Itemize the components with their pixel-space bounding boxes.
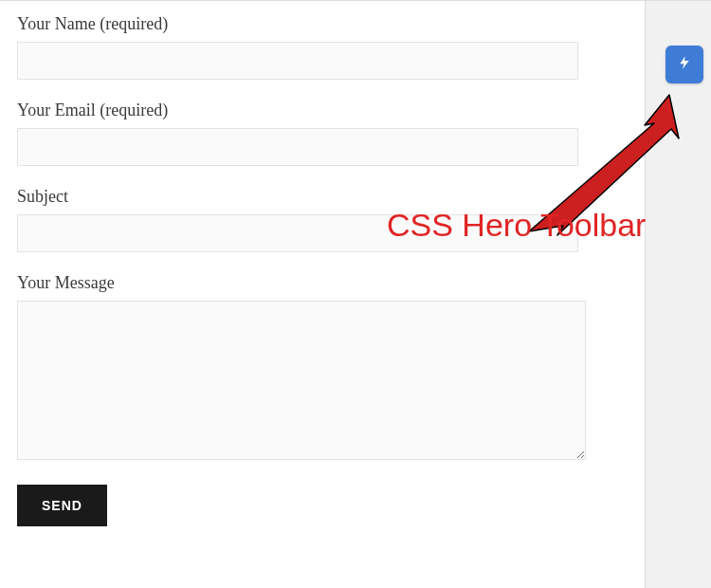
message-field-group: Your Message (17, 273, 628, 464)
email-input[interactable] (17, 128, 578, 166)
subject-label: Subject (17, 187, 628, 207)
message-textarea[interactable] (17, 301, 586, 460)
email-field-group: Your Email (required) (17, 101, 628, 166)
right-gutter (645, 1, 711, 588)
subject-input[interactable] (17, 214, 578, 252)
contact-form-area: Your Name (required) Your Email (require… (0, 1, 645, 588)
css-hero-toolbar-button[interactable] (665, 46, 703, 83)
name-label: Your Name (required) (17, 14, 628, 34)
email-label: Your Email (required) (17, 101, 628, 120)
subject-field-group: Subject (17, 187, 628, 252)
page-wrapper: Your Name (required) Your Email (require… (0, 0, 711, 588)
lightning-icon (677, 53, 692, 76)
send-button[interactable]: SEND (17, 485, 107, 526)
name-field-group: Your Name (required) (17, 14, 628, 80)
name-input[interactable] (17, 42, 578, 80)
message-label: Your Message (17, 273, 628, 293)
